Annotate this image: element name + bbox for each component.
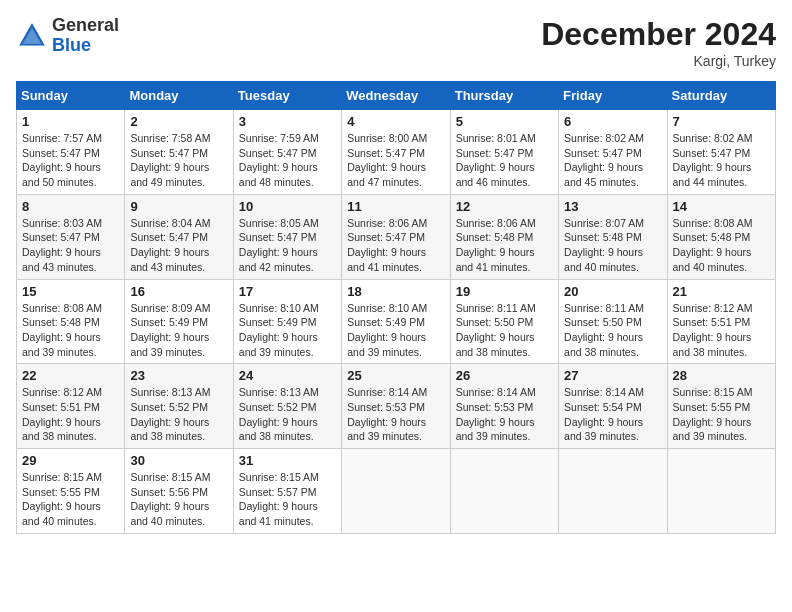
calendar-week-2: 8Sunrise: 8:03 AMSunset: 5:47 PMDaylight… <box>17 194 776 279</box>
day-detail: Sunrise: 8:09 AMSunset: 5:49 PMDaylight:… <box>130 302 210 358</box>
day-number: 6 <box>564 114 661 129</box>
calendar-cell: 27Sunrise: 8:14 AMSunset: 5:54 PMDayligh… <box>559 364 667 449</box>
day-header-monday: Monday <box>125 82 233 110</box>
calendar-cell <box>342 449 450 534</box>
calendar-cell: 4Sunrise: 8:00 AMSunset: 5:47 PMDaylight… <box>342 110 450 195</box>
day-number: 28 <box>673 368 770 383</box>
day-number: 1 <box>22 114 119 129</box>
day-number: 30 <box>130 453 227 468</box>
calendar-cell: 11Sunrise: 8:06 AMSunset: 5:47 PMDayligh… <box>342 194 450 279</box>
calendar-cell: 26Sunrise: 8:14 AMSunset: 5:53 PMDayligh… <box>450 364 558 449</box>
day-detail: Sunrise: 8:03 AMSunset: 5:47 PMDaylight:… <box>22 217 102 273</box>
logo: General Blue <box>16 16 119 56</box>
day-number: 24 <box>239 368 336 383</box>
day-number: 31 <box>239 453 336 468</box>
day-number: 5 <box>456 114 553 129</box>
calendar-cell: 21Sunrise: 8:12 AMSunset: 5:51 PMDayligh… <box>667 279 775 364</box>
day-number: 9 <box>130 199 227 214</box>
calendar-cell: 10Sunrise: 8:05 AMSunset: 5:47 PMDayligh… <box>233 194 341 279</box>
calendar-header: SundayMondayTuesdayWednesdayThursdayFrid… <box>17 82 776 110</box>
day-header-thursday: Thursday <box>450 82 558 110</box>
calendar-cell: 5Sunrise: 8:01 AMSunset: 5:47 PMDaylight… <box>450 110 558 195</box>
day-detail: Sunrise: 8:02 AMSunset: 5:47 PMDaylight:… <box>673 132 753 188</box>
day-header-wednesday: Wednesday <box>342 82 450 110</box>
day-detail: Sunrise: 8:14 AMSunset: 5:54 PMDaylight:… <box>564 386 644 442</box>
day-number: 29 <box>22 453 119 468</box>
day-detail: Sunrise: 8:10 AMSunset: 5:49 PMDaylight:… <box>239 302 319 358</box>
calendar-cell: 9Sunrise: 8:04 AMSunset: 5:47 PMDaylight… <box>125 194 233 279</box>
day-number: 7 <box>673 114 770 129</box>
calendar-cell: 6Sunrise: 8:02 AMSunset: 5:47 PMDaylight… <box>559 110 667 195</box>
day-detail: Sunrise: 7:59 AMSunset: 5:47 PMDaylight:… <box>239 132 319 188</box>
day-number: 3 <box>239 114 336 129</box>
day-detail: Sunrise: 8:06 AMSunset: 5:48 PMDaylight:… <box>456 217 536 273</box>
day-header-friday: Friday <box>559 82 667 110</box>
day-number: 11 <box>347 199 444 214</box>
calendar-body: 1Sunrise: 7:57 AMSunset: 5:47 PMDaylight… <box>17 110 776 534</box>
location: Kargi, Turkey <box>541 53 776 69</box>
calendar-week-5: 29Sunrise: 8:15 AMSunset: 5:55 PMDayligh… <box>17 449 776 534</box>
day-detail: Sunrise: 8:00 AMSunset: 5:47 PMDaylight:… <box>347 132 427 188</box>
day-detail: Sunrise: 8:12 AMSunset: 5:51 PMDaylight:… <box>673 302 753 358</box>
day-number: 12 <box>456 199 553 214</box>
calendar-cell: 12Sunrise: 8:06 AMSunset: 5:48 PMDayligh… <box>450 194 558 279</box>
day-detail: Sunrise: 8:07 AMSunset: 5:48 PMDaylight:… <box>564 217 644 273</box>
calendar-cell: 1Sunrise: 7:57 AMSunset: 5:47 PMDaylight… <box>17 110 125 195</box>
day-detail: Sunrise: 8:10 AMSunset: 5:49 PMDaylight:… <box>347 302 427 358</box>
day-number: 20 <box>564 284 661 299</box>
calendar-cell: 7Sunrise: 8:02 AMSunset: 5:47 PMDaylight… <box>667 110 775 195</box>
calendar-table: SundayMondayTuesdayWednesdayThursdayFrid… <box>16 81 776 534</box>
day-detail: Sunrise: 8:14 AMSunset: 5:53 PMDaylight:… <box>347 386 427 442</box>
day-header-saturday: Saturday <box>667 82 775 110</box>
day-detail: Sunrise: 8:15 AMSunset: 5:55 PMDaylight:… <box>673 386 753 442</box>
day-number: 8 <box>22 199 119 214</box>
title-block: December 2024 Kargi, Turkey <box>541 16 776 69</box>
day-number: 2 <box>130 114 227 129</box>
calendar-cell <box>450 449 558 534</box>
day-number: 26 <box>456 368 553 383</box>
logo-blue: Blue <box>52 35 91 55</box>
day-detail: Sunrise: 8:11 AMSunset: 5:50 PMDaylight:… <box>564 302 644 358</box>
day-detail: Sunrise: 8:15 AMSunset: 5:56 PMDaylight:… <box>130 471 210 527</box>
day-number: 27 <box>564 368 661 383</box>
calendar-cell: 28Sunrise: 8:15 AMSunset: 5:55 PMDayligh… <box>667 364 775 449</box>
logo-icon <box>16 20 48 52</box>
calendar-cell: 30Sunrise: 8:15 AMSunset: 5:56 PMDayligh… <box>125 449 233 534</box>
page-header: General Blue December 2024 Kargi, Turkey <box>16 16 776 69</box>
day-detail: Sunrise: 8:08 AMSunset: 5:48 PMDaylight:… <box>22 302 102 358</box>
calendar-week-3: 15Sunrise: 8:08 AMSunset: 5:48 PMDayligh… <box>17 279 776 364</box>
day-detail: Sunrise: 7:57 AMSunset: 5:47 PMDaylight:… <box>22 132 102 188</box>
day-number: 4 <box>347 114 444 129</box>
calendar-cell: 13Sunrise: 8:07 AMSunset: 5:48 PMDayligh… <box>559 194 667 279</box>
calendar-cell <box>559 449 667 534</box>
day-number: 21 <box>673 284 770 299</box>
logo-general: General <box>52 15 119 35</box>
day-number: 25 <box>347 368 444 383</box>
calendar-cell: 14Sunrise: 8:08 AMSunset: 5:48 PMDayligh… <box>667 194 775 279</box>
day-detail: Sunrise: 8:14 AMSunset: 5:53 PMDaylight:… <box>456 386 536 442</box>
calendar-cell: 31Sunrise: 8:15 AMSunset: 5:57 PMDayligh… <box>233 449 341 534</box>
day-number: 13 <box>564 199 661 214</box>
day-number: 17 <box>239 284 336 299</box>
calendar-cell: 8Sunrise: 8:03 AMSunset: 5:47 PMDaylight… <box>17 194 125 279</box>
day-detail: Sunrise: 8:01 AMSunset: 5:47 PMDaylight:… <box>456 132 536 188</box>
calendar-week-1: 1Sunrise: 7:57 AMSunset: 5:47 PMDaylight… <box>17 110 776 195</box>
day-number: 18 <box>347 284 444 299</box>
calendar-cell: 22Sunrise: 8:12 AMSunset: 5:51 PMDayligh… <box>17 364 125 449</box>
calendar-cell: 16Sunrise: 8:09 AMSunset: 5:49 PMDayligh… <box>125 279 233 364</box>
calendar-cell: 15Sunrise: 8:08 AMSunset: 5:48 PMDayligh… <box>17 279 125 364</box>
day-detail: Sunrise: 8:06 AMSunset: 5:47 PMDaylight:… <box>347 217 427 273</box>
calendar-cell: 25Sunrise: 8:14 AMSunset: 5:53 PMDayligh… <box>342 364 450 449</box>
day-detail: Sunrise: 8:11 AMSunset: 5:50 PMDaylight:… <box>456 302 536 358</box>
day-detail: Sunrise: 8:02 AMSunset: 5:47 PMDaylight:… <box>564 132 644 188</box>
day-detail: Sunrise: 7:58 AMSunset: 5:47 PMDaylight:… <box>130 132 210 188</box>
day-detail: Sunrise: 8:08 AMSunset: 5:48 PMDaylight:… <box>673 217 753 273</box>
day-header-sunday: Sunday <box>17 82 125 110</box>
calendar-cell: 2Sunrise: 7:58 AMSunset: 5:47 PMDaylight… <box>125 110 233 195</box>
calendar-cell: 20Sunrise: 8:11 AMSunset: 5:50 PMDayligh… <box>559 279 667 364</box>
calendar-cell <box>667 449 775 534</box>
calendar-cell: 3Sunrise: 7:59 AMSunset: 5:47 PMDaylight… <box>233 110 341 195</box>
calendar-week-4: 22Sunrise: 8:12 AMSunset: 5:51 PMDayligh… <box>17 364 776 449</box>
day-detail: Sunrise: 8:13 AMSunset: 5:52 PMDaylight:… <box>239 386 319 442</box>
day-number: 22 <box>22 368 119 383</box>
